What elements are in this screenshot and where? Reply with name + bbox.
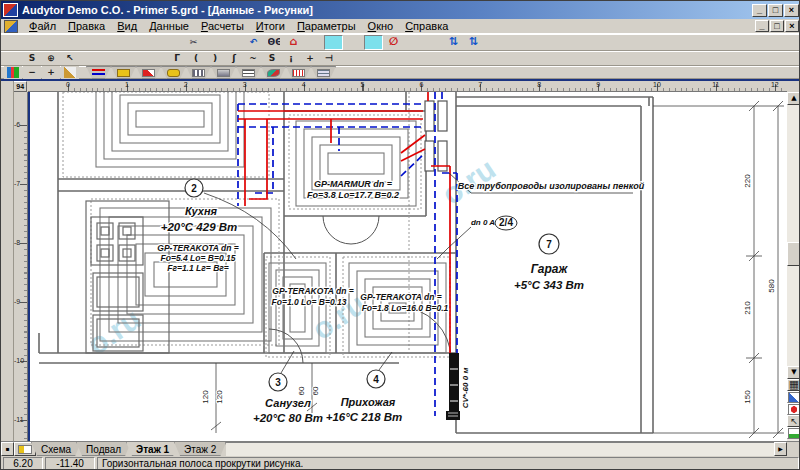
fit-pin-button[interactable]: ¡ — [282, 52, 300, 65]
layers-toolbar: −+ — [1, 66, 800, 79]
ruler-label: -6 — [14, 121, 20, 128]
document-icon[interactable] — [4, 20, 18, 33]
pumps-button[interactable] — [404, 35, 423, 50]
disconnect-button[interactable]: ∅ — [384, 35, 403, 50]
balance-return-button[interactable]: ⇅ — [464, 35, 483, 50]
select-fragment-button[interactable] — [304, 35, 323, 50]
tab-etazh1[interactable]: Этаж 1 — [126, 442, 179, 456]
ruler-label: 8 — [537, 81, 541, 88]
layer-pipes-icon — [92, 69, 105, 77]
scroll-down-button[interactable]: ▼ — [787, 366, 800, 379]
window-menu[interactable]: Окно — [362, 19, 400, 33]
tab-schema[interactable]: Схема — [31, 442, 81, 456]
file-menu[interactable]: Файл — [23, 19, 62, 33]
freehand-button[interactable]: S — [23, 52, 41, 65]
print-preview-button[interactable] — [84, 35, 103, 50]
ruler-label: 9 — [596, 81, 600, 88]
mdi-minimize-button[interactable]: _ — [755, 20, 769, 32]
line-node-button[interactable] — [143, 52, 161, 65]
scroll-up-button[interactable]: ▲ — [787, 92, 800, 105]
draw-pipes-icon — [7, 53, 19, 64]
results-chart-button[interactable] — [4, 66, 22, 79]
balance-supply-button[interactable]: ⇅ — [444, 35, 463, 50]
copy-button[interactable] — [204, 35, 223, 50]
mini-chart-button[interactable] — [787, 427, 800, 439]
minimize-button[interactable]: _ — [752, 4, 767, 17]
options-menu[interactable]: Параметры — [291, 19, 362, 33]
grid-button[interactable]: ▦ — [787, 379, 800, 391]
fit-arc-button[interactable]: ( — [187, 52, 205, 65]
save-button[interactable] — [44, 35, 63, 50]
diagram-button[interactable] — [424, 35, 443, 50]
mdi-restore-button[interactable]: □ — [770, 20, 784, 32]
vscroll-thumb[interactable] — [787, 242, 800, 266]
layer-charts-tab[interactable] — [261, 66, 286, 79]
data-table-button[interactable] — [124, 35, 143, 50]
svg-text:120: 120 — [201, 390, 210, 404]
layer-texts-tab[interactable] — [236, 66, 261, 79]
fit-tee-button[interactable]: ⊣ — [320, 52, 338, 65]
zoom-area-button[interactable]: ⊕ — [42, 52, 60, 65]
view-menu[interactable]: Вид — [111, 19, 143, 33]
svg-text:60: 60 — [311, 386, 320, 395]
open-file-button[interactable] — [24, 35, 43, 50]
zoom-document-button[interactable] — [144, 35, 163, 50]
horizontal-scrollbar-track[interactable] — [226, 442, 774, 456]
pointer-button[interactable]: ↖ — [61, 52, 79, 65]
boilers-button[interactable] — [344, 35, 363, 50]
calculations-menu[interactable]: Расчеты — [195, 19, 250, 33]
fit-curve-button[interactable]: S — [263, 52, 281, 65]
scale-value-button[interactable]: 94 — [13, 81, 27, 92]
edit-menu[interactable]: Правка — [62, 19, 111, 33]
cut-button[interactable]: ✂ — [184, 35, 203, 50]
help-menu[interactable]: Справка — [399, 19, 454, 33]
line-supply-red-button[interactable] — [86, 52, 104, 65]
results-menu[interactable]: Итоги — [250, 19, 291, 33]
mdi-close-button[interactable]: × — [785, 20, 799, 32]
svg-text:3: 3 — [275, 377, 281, 388]
draw-pipes-button[interactable] — [4, 52, 22, 65]
zoom-in-button[interactable]: + — [42, 66, 60, 79]
fit-arc-right-button[interactable]: ) — [206, 52, 224, 65]
print-button[interactable] — [64, 35, 83, 50]
ruler-label: -7 — [14, 180, 20, 187]
svg-text:210: 210 — [743, 301, 752, 315]
new-file-button[interactable] — [4, 35, 23, 50]
cursor-mode-button[interactable]: ↖ — [787, 415, 800, 427]
tab-podval[interactable]: Подвал — [76, 442, 131, 456]
layer-radiators-tab[interactable] — [186, 66, 211, 79]
layer-flags-tab[interactable] — [136, 66, 161, 79]
tab-etazh2[interactable]: Этаж 2 — [174, 442, 226, 456]
marker-red-button[interactable] — [787, 403, 800, 415]
paste-button[interactable] — [224, 35, 243, 50]
search-button[interactable]: ΘΘ — [264, 35, 283, 50]
layer-tables-tab[interactable] — [311, 66, 336, 79]
tab-scroll-button[interactable]: ▪ — [1, 442, 14, 456]
palette-button[interactable] — [164, 35, 183, 50]
radiators-button[interactable] — [324, 35, 343, 50]
scroll-right-button[interactable]: ▶ — [774, 442, 787, 456]
layer-heaters-tab[interactable] — [111, 66, 136, 79]
close-button[interactable]: × — [784, 4, 799, 17]
valves-button[interactable] — [364, 35, 383, 50]
building-data-button[interactable]: ⌂ — [284, 35, 303, 50]
fit-wave-button[interactable]: ~ — [244, 52, 262, 65]
layer-receivers-tab[interactable] — [211, 66, 236, 79]
undo-button[interactable]: ↶ — [244, 35, 263, 50]
page-setup-button[interactable] — [104, 35, 123, 50]
drawing-canvas[interactable]: o.ru o.ru o.ru — [28, 92, 787, 441]
data-menu[interactable]: Данные — [143, 19, 195, 33]
layer-grid-tab[interactable] — [286, 66, 311, 79]
brush-button[interactable] — [61, 66, 79, 79]
layer-pipes-tab[interactable] — [86, 66, 111, 79]
freehand-icon: S — [26, 53, 38, 64]
fit-elbow-button[interactable]: Γ — [168, 52, 186, 65]
line-return-blue-button[interactable] — [105, 52, 123, 65]
zoom-out-button[interactable]: − — [23, 66, 41, 79]
line-twin-button[interactable] — [124, 52, 142, 65]
fit-sbend-button[interactable]: ʃ — [225, 52, 243, 65]
fit-valve-button[interactable]: + — [301, 52, 319, 65]
draw-mode-button[interactable] — [787, 391, 800, 403]
restore-button[interactable]: □ — [768, 4, 783, 17]
layer-labels-tab[interactable] — [161, 66, 186, 79]
